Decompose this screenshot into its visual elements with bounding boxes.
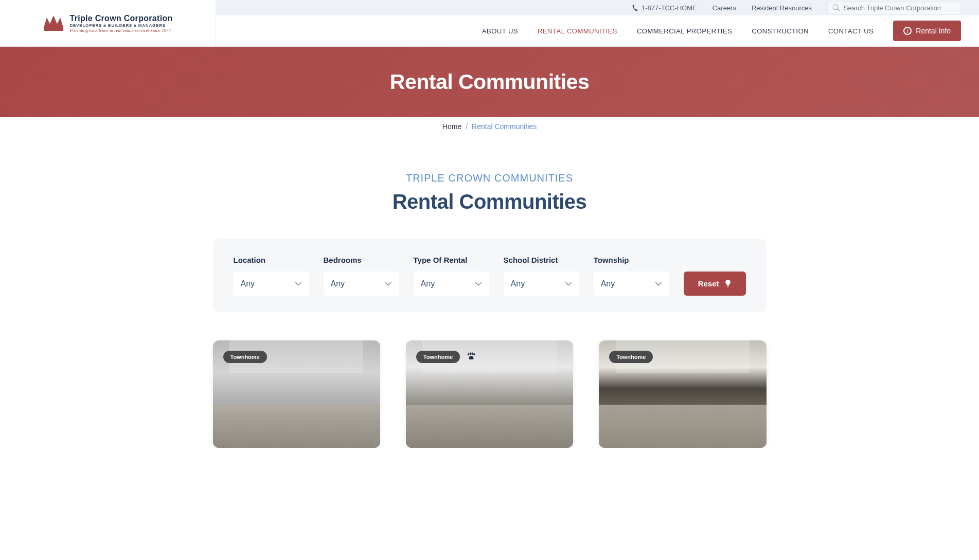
chevron-down-icon	[565, 280, 572, 287]
filter-bedrooms-label: Bedrooms	[324, 256, 399, 264]
search-input[interactable]	[844, 4, 955, 12]
rental-info-label: Rental Info	[916, 27, 951, 35]
bulb-icon	[724, 280, 732, 288]
breadcrumb-home[interactable]: Home	[442, 122, 461, 131]
nav-rental-communities[interactable]: RENTAL COMMUNITIES	[538, 27, 617, 35]
logo: Triple Crown Corporation DEVELOPERS ■ BU…	[43, 14, 172, 33]
property-image: Townhome	[213, 340, 380, 448]
chevron-down-icon	[385, 280, 392, 287]
property-type-badge: Townhome	[416, 351, 460, 363]
filter-school-label: School District	[504, 256, 579, 264]
section-title: Rental Communities	[213, 190, 767, 213]
hero: Rental Communities	[0, 47, 979, 117]
svg-rect-0	[44, 28, 63, 31]
reset-button[interactable]: Reset	[684, 272, 746, 296]
chevron-down-icon	[655, 280, 662, 287]
filter-school-select[interactable]: Any	[504, 272, 579, 296]
breadcrumb-sep: /	[466, 122, 468, 131]
chevron-down-icon	[295, 280, 302, 287]
search-icon	[833, 4, 840, 11]
main-nav: ABOUT US RENTAL COMMUNITIES COMMERCIAL P…	[216, 15, 979, 46]
property-image: Townhome	[406, 340, 573, 448]
logo-cell[interactable]: Triple Crown Corporation DEVELOPERS ■ BU…	[0, 0, 216, 46]
filter-type-value: Any	[421, 279, 435, 288]
careers-link[interactable]: Careers	[713, 4, 736, 12]
info-icon: i	[903, 27, 912, 35]
logo-tagline: Providing excellence in real estate serv…	[69, 28, 172, 33]
logo-subtitle: DEVELOPERS ■ BUILDERS ■ MANAGERS	[69, 23, 172, 28]
resident-resources-link[interactable]: Resident Resources	[752, 4, 812, 12]
chevron-down-icon	[475, 280, 482, 287]
filter-type-label: Type Of Rental	[414, 256, 489, 264]
nav-commercial[interactable]: COMMERCIAL PROPERTIES	[637, 27, 732, 35]
phone-icon	[631, 4, 639, 11]
filter-township-select[interactable]: Any	[594, 272, 669, 296]
property-card[interactable]: Townhome	[406, 340, 573, 448]
rental-info-button[interactable]: i Rental Info	[893, 21, 961, 41]
reset-label: Reset	[698, 279, 719, 288]
property-type-badge: Townhome	[223, 351, 267, 363]
nav-construction[interactable]: CONSTRUCTION	[752, 27, 809, 35]
phone-number: 1-877-TCC-HOME	[642, 4, 697, 12]
property-card[interactable]: Townhome	[599, 340, 766, 448]
filter-location-select[interactable]: Any	[234, 272, 309, 296]
property-type-badge: Townhome	[609, 351, 653, 363]
property-cards: Townhome Townhome Townhome	[213, 340, 767, 448]
filter-township-label: Township	[594, 256, 669, 264]
nav-about[interactable]: ABOUT US	[482, 27, 518, 35]
breadcrumb-current: Rental Communities	[472, 122, 537, 131]
logo-name: Triple Crown Corporation	[69, 14, 172, 23]
nav-contact[interactable]: CONTACT US	[828, 27, 874, 35]
filter-type-select[interactable]: Any	[414, 272, 489, 296]
filter-bedrooms-value: Any	[331, 279, 345, 288]
filter-bedrooms-select[interactable]: Any	[324, 272, 399, 296]
filter-township-value: Any	[601, 279, 615, 288]
section-eyebrow: TRIPLE CROWN COMMUNITIES	[213, 172, 767, 184]
breadcrumb: Home / Rental Communities	[0, 117, 979, 136]
property-card[interactable]: Townhome	[213, 340, 380, 448]
paw-icon	[467, 352, 476, 361]
filter-location-value: Any	[241, 279, 255, 288]
filter-box: Location Any Bedrooms Any Type Of Rental…	[213, 239, 767, 312]
filter-location-label: Location	[234, 256, 309, 264]
search-box[interactable]	[827, 2, 961, 14]
crown-logo-icon	[43, 14, 64, 32]
hero-title: Rental Communities	[390, 70, 589, 94]
property-image: Townhome	[599, 340, 766, 448]
filter-school-value: Any	[511, 279, 525, 288]
phone-link[interactable]: 1-877-TCC-HOME	[632, 4, 697, 12]
